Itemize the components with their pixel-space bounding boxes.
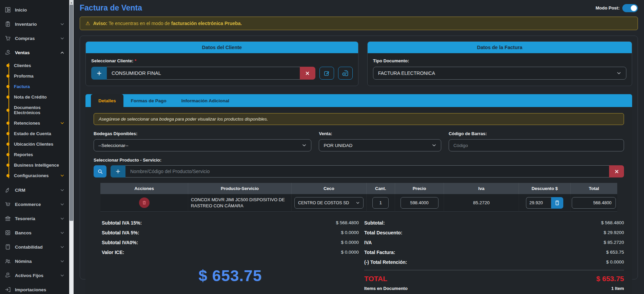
clear-client-button[interactable] [300, 67, 315, 80]
sidebar-item-ecommerce[interactable]: Ecommerce [0, 197, 69, 211]
document-type-select[interactable]: FACTURA ELECTRONICA [373, 67, 626, 80]
grand-total-row: TOTAL $ 653.75 [364, 275, 624, 283]
client-history-button[interactable] [338, 67, 353, 80]
edit-client-button[interactable] [319, 67, 334, 80]
sales-icon [5, 49, 11, 56]
total-line-value: $ 0.0000 [341, 250, 359, 255]
sidebar-item-label: Ecommerce [15, 202, 41, 207]
tab-informacion-adicional[interactable]: Información Adicional [174, 94, 237, 107]
product-input-group [111, 165, 624, 177]
total-input[interactable] [572, 197, 616, 209]
sidebar-item-retenciones[interactable]: Retenciones [0, 118, 69, 128]
sidebar-item-ubicacion-clientes[interactable]: Ubicación Clientes [0, 139, 69, 149]
col-header-iva: Iva [444, 183, 519, 194]
barcode-input[interactable] [449, 139, 624, 151]
venta-label: Venta: [319, 131, 332, 136]
ceco-select[interactable]: CENTRO DE COSTOS SD [294, 197, 364, 209]
sidebar-item-nota-credito[interactable]: Nota de Crédito [0, 92, 69, 102]
document-history-icon [342, 70, 349, 77]
total-line: Total Factura:$ 653.75 [364, 247, 624, 257]
sidebar-item-factura[interactable]: Factura [0, 81, 69, 92]
modo-post-toggle[interactable] [622, 4, 638, 12]
cart-icon [5, 35, 11, 41]
sidebar-item-bancos[interactable]: Bancos [0, 226, 69, 240]
modo-post-label: Modo Post: [596, 5, 620, 10]
bodegas-field: Bodegas Diponibles: --Seleccionar-- [94, 130, 311, 151]
bullet-icon [6, 96, 9, 99]
tab-formas-de-pago[interactable]: Formas de Pago [123, 94, 174, 107]
sidebar-item-reportes[interactable]: Reportes [0, 149, 69, 160]
sidebar-item-documentos-electronicos[interactable]: Documentos Electrónicos [0, 102, 69, 118]
sidebar-item-label: Proforma [14, 74, 34, 79]
add-client-button[interactable] [91, 67, 107, 80]
total-line-label: (-) Total Retención: [364, 259, 407, 265]
search-product-button[interactable] [94, 165, 106, 177]
add-product-button[interactable] [111, 165, 125, 177]
total-line-value: $ 0.0000 [341, 230, 359, 235]
sidebar-item-label: Factura [14, 84, 30, 89]
cant-input[interactable] [372, 197, 389, 209]
venta-value: POR UNIDAD [324, 143, 352, 148]
sidebar-item-configuraciones[interactable]: Configuraciones [0, 170, 69, 181]
barcode-field: Código de Barras: [449, 130, 624, 151]
close-icon [305, 71, 310, 76]
sidebar-item-nomina[interactable]: Nómina [0, 254, 69, 268]
sidebar-item-estado-cuenta[interactable]: Estado de Cuenta [0, 128, 69, 139]
chevron-down-icon [60, 202, 64, 207]
chevron-up-icon [60, 50, 64, 55]
cell-descuento [519, 194, 570, 212]
sidebar-item-compras[interactable]: Compras [0, 31, 69, 45]
descuento-input[interactable] [526, 197, 551, 209]
sidebar-item-inicio[interactable]: Inicio [0, 3, 69, 17]
sidebar-item-activos-fijos[interactable]: Activos Fijos [0, 268, 69, 282]
sidebar-item-importaciones[interactable]: Importaciones [0, 282, 69, 294]
required-asterisk: * [135, 58, 136, 63]
scrollbar-thumb[interactable] [70, 5, 73, 221]
sidebar: Inicio Inventario Compras Ventas Cliente… [0, 0, 69, 294]
venta-field: Venta: POR UNIDAD [319, 130, 441, 151]
tab-detalles[interactable]: Detalles [91, 94, 123, 107]
venta-select[interactable]: POR UNIDAD [319, 139, 441, 151]
grand-total-value: $ 653.75 [596, 275, 624, 283]
sidebar-item-clientes[interactable]: Clientes [0, 60, 69, 71]
total-line-value: $ 568.4800 [336, 220, 359, 225]
precio-input[interactable] [401, 197, 438, 209]
sidebar-item-business-intelligence[interactable]: Business Intelligence [0, 160, 69, 170]
sidebar-item-inventario[interactable]: Inventario [0, 17, 69, 31]
sidebar-item-label: Contabilidad [15, 245, 43, 250]
client-input-row [91, 67, 353, 80]
sidebar-item-ventas[interactable]: Ventas [0, 45, 69, 60]
sidebar-item-label: CRM [15, 188, 25, 193]
warning-prefix: Aviso: [93, 21, 107, 26]
col-header-ceco: Ceco [292, 183, 367, 194]
sidebar-item-crm[interactable]: CRM [0, 183, 69, 197]
sidebar-item-label: Ventas [15, 50, 30, 55]
search-icon [97, 169, 103, 174]
items-table: Acciones Producto-Servicio Ceco Cant. Pr… [100, 183, 617, 212]
delete-row-button[interactable] [139, 197, 150, 208]
product-search-input[interactable] [125, 165, 609, 177]
bullet-icon [6, 132, 9, 135]
plus-icon [115, 169, 121, 174]
big-total-display: $ 653.75 [102, 267, 359, 285]
sidebar-item-label: Clientes [14, 63, 31, 68]
clear-product-button[interactable] [609, 165, 624, 177]
chevron-down-icon [60, 245, 64, 249]
total-line: Subtotal IVA 15%:$ 568.4800 [102, 218, 359, 228]
bullet-icon [6, 64, 9, 67]
total-line: Valor ICE:$ 0.0000 [102, 247, 359, 257]
bullet-icon [6, 109, 9, 112]
sidebar-item-tesoreria[interactable]: Tesorería [0, 211, 69, 226]
scrollbar-up-button[interactable]: ▲ [69, 0, 74, 5]
app-window: Inicio Inventario Compras Ventas Cliente… [0, 0, 644, 294]
client-input-group [91, 67, 315, 80]
total-line-label: IVA [364, 240, 372, 245]
warning-body: Te encuentras en el modo de [108, 21, 171, 26]
bodegas-select[interactable]: --Seleccionar-- [94, 139, 311, 151]
total-line-value: $ 85.2720 [604, 240, 624, 245]
sidebar-item-contabilidad[interactable]: Contabilidad [0, 240, 69, 254]
sidebar-item-proforma[interactable]: Proforma [0, 71, 69, 81]
descuento-calc-button[interactable] [551, 197, 563, 209]
client-input[interactable] [107, 67, 300, 80]
col-header-total: Total [571, 183, 617, 194]
